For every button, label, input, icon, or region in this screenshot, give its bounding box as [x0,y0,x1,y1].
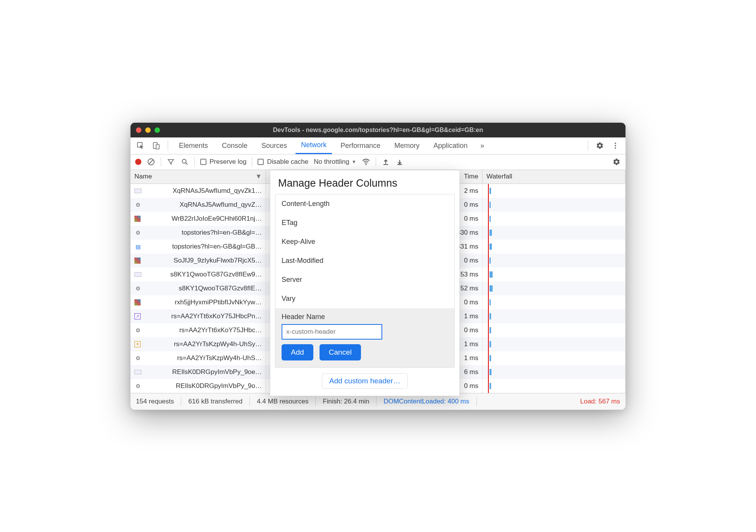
disable-cache-label: Disable cache [267,158,308,166]
filter-icon[interactable] [167,158,175,166]
status-resources: 4.4 MB resources [257,398,308,405]
window-controls [136,127,160,133]
throttling-select[interactable]: No throttling ▼ [314,158,356,166]
waterfall-marker [488,212,489,226]
network-grid: Name ▼ St Time Waterfall XqRNAsJ5AwfIumd… [131,170,625,393]
svg-point-5 [615,147,616,148]
header-item[interactable]: ETag [275,213,454,232]
separator [252,157,252,166]
waterfall-marker [488,365,489,379]
download-icon[interactable] [395,158,404,166]
request-name: REIlsK0DRGpyImVbPy_9oe… [172,368,262,376]
device-toggle-icon[interactable] [150,139,162,152]
close-window-button[interactable] [136,127,141,133]
more-tabs-icon[interactable]: » [476,139,488,152]
request-name: rs=AA2YrTsKzpWy4h-UhS… [177,354,262,362]
separator [249,397,250,406]
kebab-menu-icon[interactable] [609,139,622,152]
column-waterfall-label: Waterfall [486,173,512,180]
waterfall-bar [490,369,491,375]
maximize-window-button[interactable] [155,127,160,133]
column-time-label: Time [464,173,478,180]
column-name-label: Name [134,173,152,180]
separator [376,397,376,406]
request-name: REIlsK0DRGpyImVbPy_9o… [176,382,262,390]
svg-point-8 [182,160,186,163]
tab-performance[interactable]: Performance [335,137,386,154]
request-time: 0 ms [464,326,478,334]
devtools-window: DevTools - news.google.com/topstories?hl… [130,122,626,410]
request-time: 0 ms [464,201,478,209]
tab-application[interactable]: Application [428,137,473,154]
add-button[interactable]: Add [282,344,313,360]
network-settings-icon[interactable] [612,158,621,166]
waterfall-marker [488,323,489,337]
upload-icon[interactable] [381,158,390,166]
tab-network[interactable]: Network [296,137,332,154]
header-item[interactable]: Vary [275,289,454,308]
request-name: WrB22rIJoIoEe9CHhi60R1nj… [172,215,262,223]
chevron-down-icon: ▼ [352,159,356,165]
minimize-window-button[interactable] [145,127,151,133]
add-custom-header-link[interactable]: Add custom header… [322,373,408,389]
request-time: 0 ms [464,215,478,223]
waterfall-bar [490,383,491,389]
separator [476,397,477,406]
tab-elements[interactable]: Elements [174,137,213,154]
waterfall-bar [490,341,491,347]
svg-rect-2 [156,144,159,149]
waterfall-bar [490,244,492,250]
separator [168,141,168,151]
separator [588,141,588,151]
request-time: 1 ms [464,354,478,362]
waterfall-marker [488,226,489,240]
waterfall-marker [488,295,489,309]
waterfall-marker [488,240,489,254]
status-domcontentloaded: DOMContentLoaded: 400 ms [383,398,469,405]
column-name[interactable]: Name ▼ [131,170,266,184]
waterfall-marker [488,351,489,365]
waterfall-bar [490,285,493,292]
header-item[interactable]: Server [275,270,454,289]
request-time: 52 ms [460,285,478,292]
tab-sources[interactable]: Sources [256,137,292,154]
sort-icon: ▼ [255,173,262,180]
request-name: topstories?hl=en-GB&gl=… [182,229,262,237]
waterfall-bar [490,327,491,333]
separator [181,397,181,406]
search-icon[interactable] [180,158,189,166]
checkbox-icon [258,159,264,165]
waterfall-marker [488,281,489,295]
inspect-icon[interactable] [134,139,147,152]
waterfall-marker [488,254,489,268]
header-item[interactable]: Last-Modified [275,251,454,270]
request-time: 330 ms [457,229,478,237]
header-item[interactable]: Content-Length [275,194,454,213]
settings-icon[interactable] [594,139,606,152]
svg-point-4 [615,145,616,146]
status-transferred: 616 kB transferred [188,398,242,405]
separator [194,157,195,166]
checkbox-icon [200,159,206,165]
custom-header-input[interactable] [282,324,382,340]
waterfall-bar [490,230,492,236]
disable-cache-checkbox[interactable]: Disable cache [258,158,308,166]
tab-console[interactable]: Console [216,137,253,154]
custom-header-label: Header Name [282,313,448,321]
request-time: 0 ms [464,257,478,264]
wifi-icon[interactable] [362,158,370,166]
waterfall-marker [488,198,489,212]
header-list: Content-LengthETagKeep-AliveLast-Modifie… [275,194,455,368]
window-title: DevTools - news.google.com/topstories?hl… [131,127,625,134]
separator [376,157,376,166]
column-waterfall[interactable]: Waterfall [483,170,625,184]
status-requests: 154 requests [136,398,174,405]
preserve-log-checkbox[interactable]: Preserve log [200,158,246,166]
header-item[interactable]: Keep-Alive [275,232,454,251]
request-name: rxh5jjHyxmiPPtibfIJvNkYyw… [175,299,262,306]
tab-memory[interactable]: Memory [389,137,425,154]
record-button[interactable] [135,159,141,165]
clear-icon[interactable] [147,158,155,166]
waterfall-bar [490,257,491,264]
cancel-button[interactable]: Cancel [320,344,361,360]
